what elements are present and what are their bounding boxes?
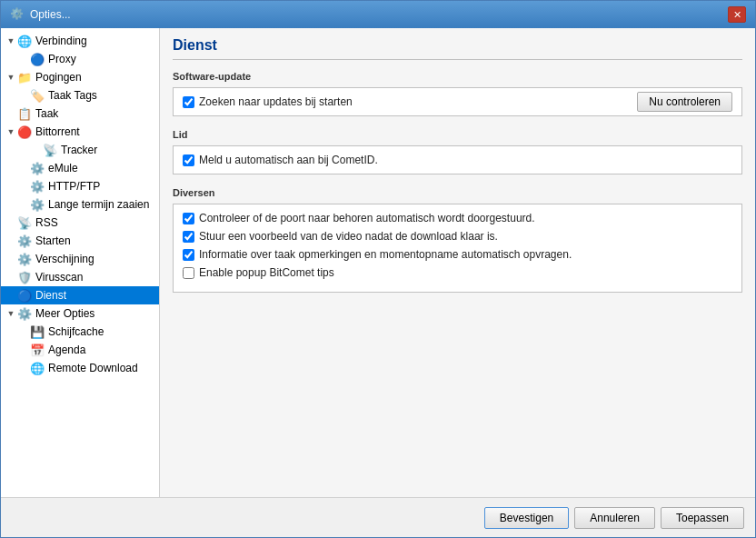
bevestigen-button[interactable]: Bevestigen <box>484 507 569 529</box>
main-content: ▼ 🌐 Verbinding 🔵 Proxy ▼ 📁 Pogingen 🏷️ T… <box>1 28 755 497</box>
sidebar-item-label: Tracker <box>61 144 97 156</box>
sidebar-item-pogingen[interactable]: ▼ 📁 Pogingen <box>1 68 159 86</box>
schijfcache-icon: 💾 <box>30 324 45 339</box>
checkbox-informatie-label: Informatie over taak opmerkingen en mome… <box>199 248 572 261</box>
verschijning-icon: ⚙️ <box>17 252 32 266</box>
sidebar-item-label: Taak Tags <box>48 89 97 102</box>
checkbox-informatie[interactable] <box>183 249 194 261</box>
checkbox-poort-label: Controleer of de poort naar behoren auto… <box>199 212 535 224</box>
sidebar-item-httpftp[interactable]: ⚙️ HTTP/FTP <box>1 177 159 195</box>
starten-icon: ⚙️ <box>17 234 32 248</box>
virusscan-icon: 🛡️ <box>17 270 32 284</box>
checkbox-popup[interactable] <box>183 267 194 279</box>
checkbox-row-poort: Controleer of de poort naar behoren auto… <box>183 212 732 224</box>
expand-icon: ▼ <box>5 309 17 318</box>
section-diversen: Diversen Controleer of de poort naar beh… <box>173 187 742 293</box>
checkbox-row-popup: Enable popup BitComet tips <box>183 266 732 279</box>
sidebar-item-label: Proxy <box>48 53 76 65</box>
sidebar-item-verbinding[interactable]: ▼ 🌐 Verbinding <box>1 32 159 50</box>
app-icon: ⚙️ <box>10 7 25 22</box>
dienst-icon: 🔵 <box>17 288 32 303</box>
checkbox-row-informatie: Informatie over taak opmerkingen en mome… <box>183 248 732 261</box>
checkbox-video[interactable] <box>183 231 194 243</box>
section-header-diversen: Diversen <box>173 187 742 198</box>
sidebar-item-remotedownload[interactable]: 🌐 Remote Download <box>1 359 159 377</box>
sidebar: ▼ 🌐 Verbinding 🔵 Proxy ▼ 📁 Pogingen 🏷️ T… <box>1 28 160 497</box>
expand-icon: ▼ <box>5 127 17 136</box>
panel-content: Dienst Software-update Nu controleren Zo… <box>173 37 742 293</box>
nu-controleren-button[interactable]: Nu controleren <box>637 92 732 112</box>
sidebar-item-label: Dienst <box>35 289 66 302</box>
proxy-icon: 🔵 <box>30 52 45 66</box>
sidebar-item-verschijning[interactable]: ⚙️ Verschijning <box>1 250 159 268</box>
sidebar-item-tracker[interactable]: 📡 Tracker <box>1 141 159 159</box>
toepassen-button[interactable]: Toepassen <box>661 507 744 529</box>
sidebar-item-label: Remote Download <box>48 362 138 374</box>
checkbox-popup-label: Enable popup BitComet tips <box>199 266 334 279</box>
sidebar-item-proxy[interactable]: 🔵 Proxy <box>1 50 159 68</box>
agenda-icon: 📅 <box>30 343 45 357</box>
rss-icon: 📡 <box>17 215 32 230</box>
sidebar-item-label: Verschijning <box>35 253 94 265</box>
bottom-bar: Bevestigen Annuleren Toepassen <box>1 497 755 537</box>
titlebar: ⚙️ Opties... ✕ <box>1 1 755 28</box>
sidebar-item-label: Starten <box>35 234 71 247</box>
sidebar-item-bittorrent[interactable]: ▼ 🔴 Bittorrent <box>1 123 159 141</box>
sidebar-item-label: Pogingen <box>35 71 82 84</box>
section-lid: Lid Meld u automatisch aan bij CometID. <box>173 129 742 174</box>
meeropties-icon: ⚙️ <box>17 306 32 321</box>
sidebar-item-label: Meer Opties <box>35 307 94 320</box>
checkbox-video-label: Stuur een voorbeeld van de video nadat d… <box>199 230 498 243</box>
checkbox-cometid[interactable] <box>183 154 194 166</box>
right-panel: www.snelrennen.nl Dienst Software-update… <box>160 28 755 497</box>
sidebar-item-taak[interactable]: 📋 Taak <box>1 105 159 123</box>
sidebar-item-virusscan[interactable]: 🛡️ Virusscan <box>1 268 159 286</box>
expand-icon: ▼ <box>5 36 17 45</box>
checkbox-updates[interactable] <box>183 96 194 108</box>
panel-title: Dienst <box>173 37 742 60</box>
sidebar-item-label: eMule <box>48 162 78 174</box>
taaktags-icon: 🏷️ <box>30 88 45 103</box>
annuleren-button[interactable]: Annuleren <box>574 507 655 529</box>
window-title: Opties... <box>30 8 71 21</box>
sidebar-item-lange[interactable]: ⚙️ Lange termijn zaaien <box>1 195 159 214</box>
checkbox-row-cometid: Meld u automatisch aan bij CometID. <box>183 154 732 166</box>
sidebar-item-rss[interactable]: 📡 RSS <box>1 214 159 232</box>
section-box-software-update: Nu controleren Zoeken naar updates bij s… <box>173 87 742 116</box>
section-software-update: Software-update Nu controleren Zoeken na… <box>173 71 742 116</box>
sidebar-item-meeropties[interactable]: ▼ ⚙️ Meer Opties <box>1 304 159 323</box>
sidebar-item-label: HTTP/FTP <box>48 180 100 193</box>
checkbox-poort[interactable] <box>183 213 194 224</box>
sidebar-item-agenda[interactable]: 📅 Agenda <box>1 341 159 359</box>
pogingen-icon: 📁 <box>17 70 32 85</box>
checkbox-updates-label: Zoeken naar updates bij starten <box>199 95 353 108</box>
remotedownload-icon: 🌐 <box>30 361 45 375</box>
sidebar-item-label: Virusscan <box>35 271 83 284</box>
sidebar-item-label: Verbinding <box>35 35 87 47</box>
emule-icon: ⚙️ <box>30 161 45 175</box>
section-box-diversen: Controleer of de poort naar behoren auto… <box>173 204 742 293</box>
tracker-icon: 📡 <box>43 143 57 157</box>
lange-icon: ⚙️ <box>30 197 45 212</box>
sidebar-item-starten[interactable]: ⚙️ Starten <box>1 232 159 250</box>
sidebar-item-emule[interactable]: ⚙️ eMule <box>1 159 159 177</box>
main-window: ⚙️ Opties... ✕ ▼ 🌐 Verbinding 🔵 Proxy ▼ … <box>0 0 756 538</box>
sidebar-item-dienst[interactable]: 🔵 Dienst <box>1 286 159 304</box>
checkbox-cometid-label: Meld u automatisch aan bij CometID. <box>199 154 378 166</box>
bittorrent-icon: 🔴 <box>17 125 32 139</box>
sidebar-item-label: Bittorrent <box>35 125 80 138</box>
sidebar-item-label: Agenda <box>48 344 85 356</box>
sidebar-item-label: Lange termijn zaaien <box>48 198 149 211</box>
sidebar-item-label: Taak <box>35 107 58 120</box>
taak-icon: 📋 <box>17 106 32 121</box>
section-header-lid: Lid <box>173 129 742 140</box>
checkbox-row-updates: Zoeken naar updates bij starten <box>183 95 637 108</box>
section-box-lid: Meld u automatisch aan bij CometID. <box>173 145 742 174</box>
checkbox-row-video: Stuur een voorbeeld van de video nadat d… <box>183 230 732 243</box>
expand-icon: ▼ <box>5 73 17 82</box>
close-button[interactable]: ✕ <box>728 6 746 23</box>
httpftp-icon: ⚙️ <box>30 179 45 194</box>
sidebar-item-taaktags[interactable]: 🏷️ Taak Tags <box>1 86 159 105</box>
sidebar-item-schijfcache[interactable]: 💾 Schijfcache <box>1 323 159 341</box>
verbinding-icon: 🌐 <box>17 34 32 48</box>
